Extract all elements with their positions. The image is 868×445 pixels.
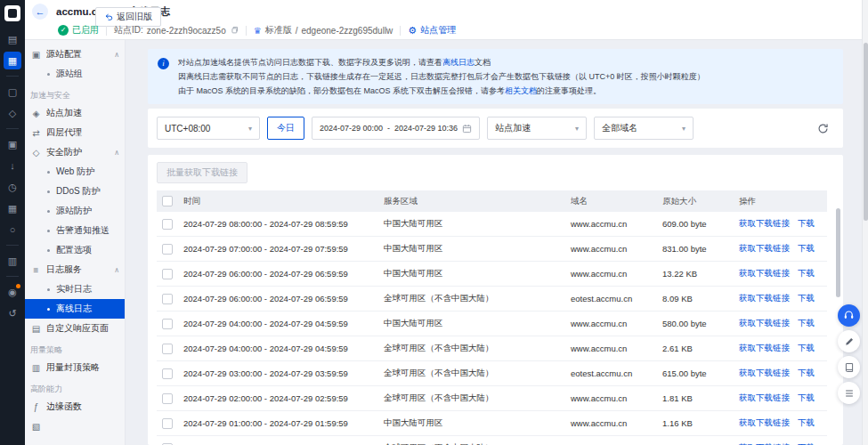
row-checkbox[interactable] xyxy=(162,319,173,329)
get-download-link[interactable]: 获取下载链接 xyxy=(739,368,790,377)
sidebar-item-origin-protection[interactable]: 源站防护 xyxy=(25,201,125,221)
row-checkbox[interactable] xyxy=(162,219,173,230)
download-link[interactable]: 下载 xyxy=(798,392,815,402)
get-download-link[interactable]: 获取下载链接 xyxy=(739,343,790,352)
floating-buttons xyxy=(838,304,860,404)
feedback-button[interactable] xyxy=(838,330,860,352)
page-scrollbar-thumb[interactable] xyxy=(864,43,868,221)
sidebar-item-l4-proxy[interactable]: ⇄四层代理 xyxy=(25,123,125,142)
folder-icon[interactable]: ▥ xyxy=(4,252,21,270)
search-icon[interactable]: ○ xyxy=(4,221,21,239)
sidebar-item-bottom-partial[interactable]: ▧ xyxy=(25,417,125,436)
chevron-up-icon: ∧ xyxy=(114,266,119,274)
col-region: 服务区域 xyxy=(378,190,565,212)
today-button[interactable]: 今日 xyxy=(267,117,304,140)
sidebar-item-origin-group[interactable]: 源站组 xyxy=(25,64,125,84)
cell-domain: eotest.accmu.cn xyxy=(565,287,657,312)
sidebar-item-custom-response-page[interactable]: ▤自定义响应页面 xyxy=(25,319,125,338)
cell-region: 全球可用区（不含中国大陆） xyxy=(378,287,565,312)
chevron-down-icon: ▾ xyxy=(682,125,685,133)
notification-icon[interactable]: ◉ xyxy=(4,283,21,301)
batch-download-button[interactable]: 批量获取下载链接 xyxy=(157,162,247,183)
cell-actions: 获取下载链接下载 xyxy=(734,386,827,411)
app-logo-icon[interactable] xyxy=(4,5,20,21)
row-checkbox[interactable] xyxy=(162,269,173,279)
download-link[interactable]: 下载 xyxy=(798,343,815,352)
get-download-link[interactable]: 获取下载链接 xyxy=(739,218,790,228)
cell-domain: www.accmu.cn xyxy=(565,212,657,237)
download-link[interactable]: 下载 xyxy=(798,218,815,228)
certificate-icon[interactable]: ◇ xyxy=(4,104,21,122)
copy-icon[interactable] xyxy=(230,26,239,35)
history-icon[interactable]: ◷ xyxy=(4,178,21,196)
banner-text: 的注意事项处理。 xyxy=(537,86,601,95)
sidebar-item-ddos-protection[interactable]: DDoS 防护 xyxy=(25,182,125,201)
dashboard-icon[interactable]: ▤ xyxy=(4,30,21,48)
sidebar-item-realtime-logs[interactable]: 实时日志 xyxy=(25,279,125,299)
sidebar-item-log-service[interactable]: ≡日志服务∧ xyxy=(25,260,125,279)
cell-time: 2024-07-29 07:00:00 - 2024-07-29 07:59:5… xyxy=(178,237,378,262)
page-scrollbar[interactable] xyxy=(862,0,868,445)
switch-icon[interactable]: ↺ xyxy=(4,304,21,322)
download-link[interactable]: 下载 xyxy=(798,368,815,377)
get-download-link[interactable]: 获取下载链接 xyxy=(739,417,790,427)
row-checkbox[interactable] xyxy=(162,418,173,429)
sidebar-item-origin-config[interactable]: ▣源站配置∧ xyxy=(25,44,125,64)
cell-region: 全球可用区（不含中国大陆） xyxy=(378,436,565,445)
sidebar-subitem-label: Web 防护 xyxy=(56,166,94,178)
row-checkbox[interactable] xyxy=(162,294,173,304)
banner-link[interactable]: 相关文档 xyxy=(505,86,537,95)
plan-name: 标准版 xyxy=(265,24,292,36)
row-checkbox[interactable] xyxy=(162,344,173,354)
download-link[interactable]: 下载 xyxy=(798,318,815,328)
sidebar-item-usage-cap[interactable]: ▥用量封顶策略 xyxy=(25,358,125,377)
sidebar-item-site-acceleration[interactable]: ◈站点加速 xyxy=(25,103,125,123)
docs-button[interactable] xyxy=(838,356,860,378)
sidebar-item-config-options[interactable]: 配置选项 xyxy=(25,240,125,260)
get-download-link[interactable]: 获取下载链接 xyxy=(739,243,790,253)
banner-link[interactable]: 离线日志 xyxy=(442,58,475,67)
download-link[interactable]: 下载 xyxy=(798,293,815,303)
get-download-link[interactable]: 获取下载链接 xyxy=(739,293,790,303)
cell-region: 中国大陆可用区 xyxy=(378,262,565,287)
support-chat-button[interactable] xyxy=(838,304,860,327)
sidebar-item-web-protection[interactable]: Web 防护 xyxy=(25,162,125,182)
row-checkbox[interactable] xyxy=(162,244,173,255)
download-icon[interactable]: ↓ xyxy=(4,157,21,174)
get-download-link[interactable]: 获取下载链接 xyxy=(739,318,790,328)
table-scrollbar[interactable] xyxy=(836,208,840,297)
plan-info[interactable]: ♛ 标准版 / edgeone-2zzg695dullw xyxy=(254,24,393,36)
menu-button[interactable] xyxy=(838,382,860,404)
service-scope-select[interactable]: 站点加速 ▾ xyxy=(487,117,587,140)
bullet-dot xyxy=(47,230,50,232)
download-link[interactable]: 下载 xyxy=(798,243,815,253)
row-checkbox[interactable] xyxy=(162,368,173,379)
row-checkbox[interactable] xyxy=(162,393,173,404)
get-download-link[interactable]: 获取下载链接 xyxy=(739,268,790,278)
sidebar-item-edge-functions[interactable]: ƒ边缘函数 xyxy=(25,397,125,417)
site-list-icon[interactable]: ▦ xyxy=(4,52,21,69)
site-manage-link[interactable]: ⚙ 站点管理 xyxy=(408,24,456,36)
sidebar-item-security[interactable]: ◇安全防护∧ xyxy=(25,142,125,162)
sidebar-item-alert-notification[interactable]: 告警通知推送 xyxy=(25,221,125,240)
download-link[interactable]: 下载 xyxy=(798,268,815,278)
back-button[interactable]: ← xyxy=(32,4,48,20)
sidebar-item-usage-policy: 用量策略 xyxy=(25,338,125,358)
log-table-card: 批量获取下载链接 时间 服务区域 域名 原始大小 操作 2024-07-29 0… xyxy=(148,155,843,445)
date-range-picker[interactable]: 2024-07-29 00:00 - 2024-07-29 10:36 xyxy=(312,117,480,140)
cell-time: 2024-07-29 06:00:00 - 2024-07-29 06:59:5… xyxy=(178,287,378,312)
row-select-cell xyxy=(157,336,178,361)
sidebar-item-offline-logs[interactable]: 离线日志 xyxy=(25,299,125,319)
package-icon[interactable]: ▣ xyxy=(4,135,21,153)
refresh-button[interactable] xyxy=(811,117,834,140)
cell-region: 全球可用区（不含中国大陆） xyxy=(378,386,565,411)
apps-icon[interactable]: ▦ xyxy=(4,199,21,217)
row-select-cell xyxy=(157,386,178,411)
get-download-link[interactable]: 获取下载链接 xyxy=(739,392,790,402)
monitor-icon[interactable]: ▢ xyxy=(4,83,21,101)
download-link[interactable]: 下载 xyxy=(798,417,815,427)
timezone-select[interactable]: UTC+08:00 ▾ xyxy=(157,117,260,140)
cell-actions: 获取下载链接下载 xyxy=(734,411,827,436)
domain-select[interactable]: 全部域名 ▾ xyxy=(594,117,694,140)
select-all-checkbox[interactable] xyxy=(162,196,173,206)
